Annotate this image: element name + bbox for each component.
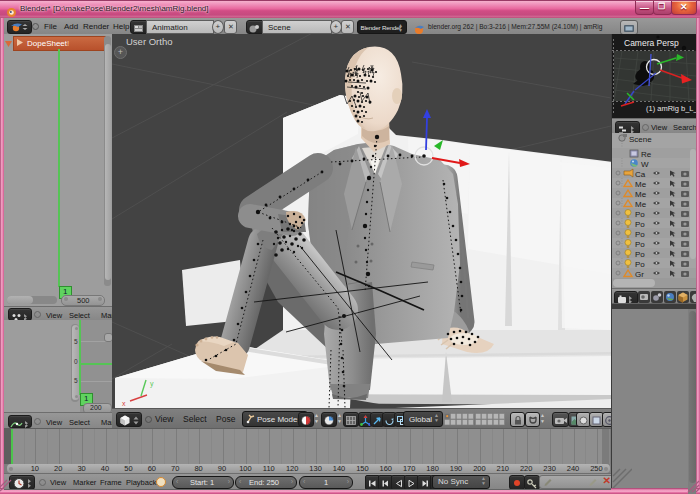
svg-text:Ca: Ca (635, 170, 646, 179)
svg-text:Po: Po (635, 260, 645, 269)
svg-text:Po: Po (635, 220, 645, 229)
svg-text:W: W (641, 160, 649, 169)
svg-text:Me: Me (635, 190, 647, 199)
svg-text:Me: Me (635, 180, 647, 189)
svg-text:Po: Po (635, 250, 645, 259)
svg-text:Re: Re (641, 150, 652, 159)
svg-text:Po: Po (635, 240, 645, 249)
svg-text:Camera Persp: Camera Persp (624, 38, 679, 48)
svg-text:Po: Po (635, 210, 645, 219)
svg-text:Po: Po (635, 230, 645, 239)
svg-text:User Ortho: User Ortho (126, 36, 172, 47)
svg-text:x: x (122, 400, 126, 407)
svg-text:Gr: Gr (635, 270, 644, 279)
svg-text:Scene: Scene (629, 135, 652, 144)
svg-text:(1) amRig b_L_U: (1) amRig b_L_U (646, 104, 696, 113)
svg-text:y: y (150, 380, 154, 388)
svg-text:Me: Me (635, 200, 647, 209)
